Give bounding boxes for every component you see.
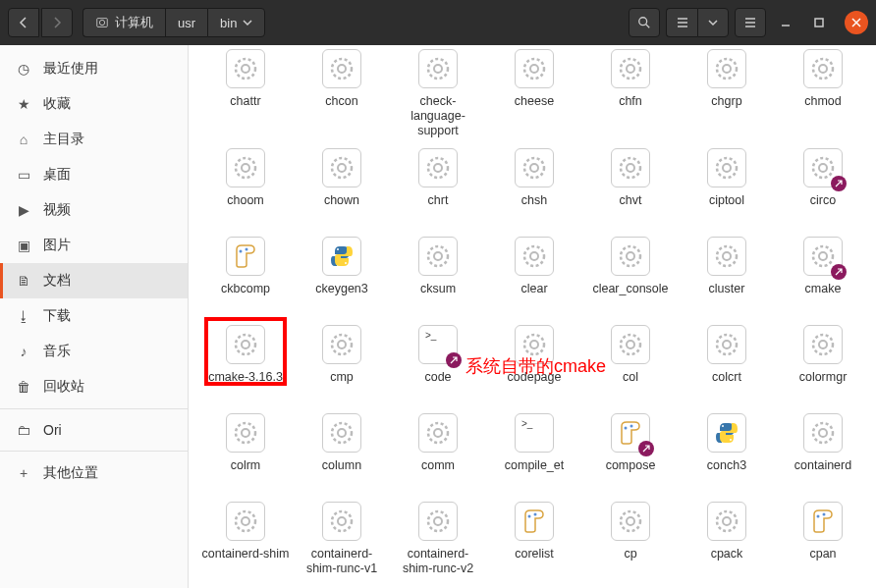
file-label: chfn	[619, 94, 642, 109]
sidebar-item-label: Ori	[43, 422, 62, 438]
forward-button[interactable]	[41, 8, 73, 37]
gear-icon	[609, 235, 652, 278]
file-label: containerd	[794, 458, 851, 473]
gear-icon	[609, 146, 652, 189]
crumb-usr[interactable]: usr	[165, 8, 207, 37]
crumb-label: 计算机	[115, 14, 153, 31]
sidebar-item-1[interactable]: ★收藏	[0, 86, 188, 122]
file-item[interactable]: colormgr	[776, 321, 870, 405]
sidebar-item-8[interactable]: ♪音乐	[0, 334, 188, 369]
file-item[interactable]: containerd	[776, 409, 870, 494]
file-label: clear_console	[592, 282, 668, 296]
svg-point-1	[99, 20, 104, 25]
sidebar-item-5[interactable]: ▣图片	[0, 228, 188, 263]
sidebar-item-0[interactable]: ◷最近使用	[0, 51, 188, 86]
file-label: ckeygen3	[315, 282, 368, 296]
menu-button[interactable]	[735, 8, 766, 37]
file-item[interactable]: cheese	[487, 45, 581, 140]
file-label: colormgr	[799, 370, 848, 385]
file-item[interactable]: chfn	[583, 45, 678, 140]
file-item[interactable]: cmake	[776, 233, 870, 317]
file-label: cmp	[330, 370, 354, 385]
file-item[interactable]: choom	[198, 144, 293, 229]
file-label: chown	[324, 193, 359, 208]
file-item[interactable]: ckeygen3	[295, 233, 389, 317]
file-item[interactable]: >_compile_et	[487, 409, 581, 494]
svg-rect-11	[815, 19, 823, 27]
file-item[interactable]: chrt	[391, 144, 485, 229]
sidebar-other-locations[interactable]: + 其他位置	[0, 455, 188, 491]
folder-icon: 🗀	[16, 422, 31, 438]
file-item[interactable]: chattr	[198, 45, 293, 140]
search-button[interactable]	[629, 8, 660, 37]
file-item[interactable]: containerd-shim-runc-v2	[391, 498, 485, 582]
file-item[interactable]: chgrp	[680, 45, 774, 140]
sidebar-item-6[interactable]: 🗎文档	[0, 263, 188, 298]
gear-icon	[609, 500, 652, 543]
file-item[interactable]: containerd-shim-runc-v1	[295, 498, 389, 582]
file-item[interactable]: chmod	[776, 45, 870, 140]
sidebar-item-3[interactable]: ▭桌面	[0, 157, 188, 192]
file-item[interactable]: cmake-3.16.3	[198, 321, 293, 405]
close-button[interactable]	[845, 11, 868, 34]
file-item[interactable]: codepage	[487, 321, 581, 405]
maximize-button[interactable]	[805, 9, 833, 36]
file-item[interactable]: ciptool	[680, 144, 774, 229]
crumb-bin[interactable]: bin	[207, 8, 265, 37]
file-item[interactable]: check-language-support	[391, 45, 485, 140]
crumb-label: bin	[220, 16, 237, 30]
star-icon: ★	[16, 96, 31, 112]
file-item[interactable]: circo	[776, 144, 870, 229]
sidebar-item-9[interactable]: 🗑回收站	[0, 369, 188, 404]
file-item[interactable]: corelist	[487, 498, 581, 582]
sidebar-item-4[interactable]: ▶视频	[0, 192, 188, 228]
file-item[interactable]: clear	[487, 233, 581, 317]
file-item[interactable]: cpan	[776, 498, 870, 582]
file-item[interactable]: >_code	[391, 321, 485, 405]
sidebar-item-10[interactable]: 🗀Ori	[0, 413, 188, 447]
file-item[interactable]: colcrt	[680, 321, 774, 405]
minimize-button[interactable]	[772, 9, 799, 36]
file-item[interactable]: cpack	[680, 498, 774, 582]
file-item[interactable]: comm	[391, 409, 485, 494]
file-item[interactable]: conch3	[680, 409, 774, 494]
view-dropdown[interactable]	[697, 8, 729, 37]
back-button[interactable]	[8, 8, 39, 37]
file-item[interactable]: cluster	[680, 233, 774, 317]
file-item[interactable]: colrm	[198, 409, 293, 494]
crumb-root[interactable]: 计算机	[82, 8, 165, 37]
list-view-button[interactable]	[666, 8, 697, 37]
file-label: containerd-shim-runc-v2	[394, 547, 482, 576]
sidebar-divider	[0, 451, 188, 452]
chevron-down-icon	[243, 18, 252, 27]
close-icon	[851, 18, 861, 27]
file-label: cmake	[805, 282, 842, 296]
perl-icon	[224, 235, 267, 278]
file-item[interactable]: column	[295, 409, 389, 494]
gear-icon	[801, 411, 845, 454]
file-item[interactable]: clear_console	[583, 233, 678, 317]
file-item[interactable]: chvt	[583, 144, 678, 229]
file-item[interactable]: cp	[583, 498, 678, 582]
sidebar-item-label: 其他位置	[43, 464, 98, 482]
sidebar-item-2[interactable]: ⌂主目录	[0, 122, 188, 157]
hamburger-icon	[743, 16, 757, 29]
gear-icon	[320, 500, 363, 543]
sidebar-item-label: 桌面	[43, 166, 71, 184]
file-item[interactable]: chcon	[295, 45, 389, 140]
file-item[interactable]: cksum	[391, 233, 485, 317]
file-label: cpack	[711, 547, 743, 561]
sidebar-item-label: 图片	[43, 237, 71, 254]
crumb-label: usr	[178, 16, 195, 30]
file-item[interactable]: ckbcomp	[198, 233, 293, 317]
sidebar-item-7[interactable]: ⭳下载	[0, 298, 188, 334]
file-label: compile_et	[505, 458, 564, 473]
file-item[interactable]: containerd-shim	[198, 498, 293, 582]
file-item[interactable]: compose	[583, 409, 678, 494]
file-item[interactable]: chown	[295, 144, 389, 229]
file-item[interactable]: chsh	[487, 144, 581, 229]
file-label: chmod	[804, 94, 842, 109]
file-item[interactable]: col	[583, 321, 678, 405]
gear-icon	[224, 323, 267, 366]
file-item[interactable]: cmp	[295, 321, 389, 405]
